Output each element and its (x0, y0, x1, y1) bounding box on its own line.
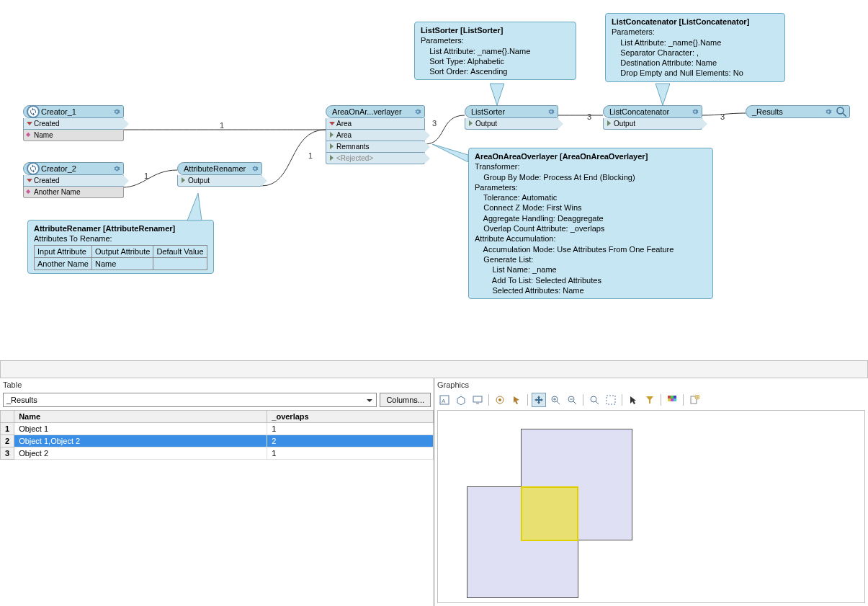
magnify-icon[interactable] (835, 105, 848, 118)
shape-overlap (521, 486, 578, 541)
port-output[interactable]: Output (177, 175, 262, 187)
status-bar (0, 360, 868, 378)
graphics-panel: Graphics A (434, 378, 868, 606)
zoom-extent-icon[interactable] (587, 393, 601, 407)
link-count: 1 (144, 171, 148, 180)
tooltip-overlayer: AreaOnAreaOverlayer [AreaOnAreaOverlayer… (468, 148, 713, 299)
svg-rect-21 (668, 398, 671, 401)
filter-icon[interactable] (643, 393, 657, 407)
graphics-canvas[interactable] (437, 410, 865, 603)
link-count: 3 (587, 112, 591, 121)
svg-rect-17 (607, 396, 615, 404)
view-3d-icon[interactable] (454, 393, 468, 407)
new-sheet-icon[interactable] (687, 393, 702, 407)
refresh-icon (27, 162, 40, 175)
node-title: Creator_2 (41, 164, 112, 173)
node-list-concatenator[interactable]: ListConcatenator Output (603, 105, 702, 130)
gear-icon[interactable] (823, 107, 833, 117)
svg-point-7 (498, 398, 501, 401)
table-panel: Table _Results Columns... Name _overlaps… (0, 378, 434, 606)
svg-rect-20 (674, 396, 676, 398)
rename-table: Input AttributeOutput AttributeDefault V… (34, 245, 207, 271)
svg-text:A: A (442, 398, 446, 404)
refresh-icon (27, 105, 40, 118)
display-icon[interactable] (470, 393, 485, 407)
node-list-sorter[interactable]: ListSorter Output (465, 105, 558, 130)
select-icon[interactable] (509, 393, 524, 407)
pointer-icon[interactable] (626, 393, 640, 407)
attr-another-name: Another Name (23, 187, 124, 198)
results-table[interactable]: Name _overlaps 1 Object 1 1 2 Object 1,O… (0, 410, 434, 460)
link-count: 3 (432, 119, 437, 128)
svg-line-13 (573, 401, 576, 404)
port-rejected[interactable]: <Rejected> (326, 153, 425, 164)
gear-icon[interactable] (546, 107, 556, 117)
node-title: Creator_1 (41, 107, 112, 116)
node-title: _Results (749, 107, 823, 116)
tooltip-list-concatenator: ListConcatenator [ListConcatenator] Para… (605, 13, 785, 82)
link-count: 1 (308, 151, 313, 160)
svg-point-0 (837, 107, 844, 114)
node-title: ListConcatenator (607, 107, 690, 116)
node-area-overlayer[interactable]: AreaOnAr...verlayer Area Area Remnants <… (326, 105, 425, 164)
zoom-out-icon[interactable] (565, 393, 579, 407)
zoom-selected-icon[interactable] (604, 393, 618, 407)
gear-icon[interactable] (690, 107, 700, 117)
panel-label-graphics: Graphics (434, 378, 868, 391)
col-overlaps[interactable]: _overlaps (267, 411, 434, 423)
tooltip-attribute-renamer: AttributeRenamer [AttributeRenamer] Attr… (27, 220, 214, 274)
tooltip-list-sorter: ListSorter [ListSorter] Parameters: List… (414, 22, 576, 80)
col-name[interactable]: Name (14, 411, 267, 423)
node-creator-2[interactable]: Creator_2 Created Another Name (23, 162, 124, 198)
node-title: ListSorter (468, 107, 546, 116)
svg-rect-19 (671, 396, 674, 398)
port-output[interactable]: Output (603, 118, 702, 130)
view-2d-icon[interactable]: A (437, 393, 452, 407)
attr-name: Name (23, 130, 124, 141)
node-title: AttributeRenamer (181, 164, 250, 173)
svg-rect-23 (674, 398, 676, 401)
node-title: AreaOnAr...verlayer (329, 107, 413, 116)
table-row[interactable]: 2 Object 1,Object 2 2 (1, 435, 434, 447)
color-grid-icon[interactable] (665, 393, 679, 407)
pan-icon[interactable] (532, 393, 546, 407)
columns-button[interactable]: Columns... (380, 393, 431, 407)
table-selector-dropdown[interactable]: _Results (3, 393, 377, 407)
orbit-icon[interactable] (493, 393, 507, 407)
svg-point-15 (591, 396, 596, 402)
svg-line-16 (596, 401, 599, 404)
table-row[interactable]: 1 Object 1 1 (1, 423, 434, 435)
port-created[interactable]: Created (23, 175, 124, 187)
port-area-out[interactable]: Area (326, 130, 425, 141)
zoom-in-icon[interactable] (548, 393, 563, 407)
port-area-in[interactable]: Area (326, 118, 425, 130)
node-attribute-renamer[interactable]: AttributeRenamer Output (177, 162, 262, 187)
svg-line-9 (557, 401, 560, 404)
gear-icon[interactable] (413, 107, 423, 117)
port-output[interactable]: Output (465, 118, 558, 130)
link-count: 1 (220, 121, 224, 130)
svg-line-1 (843, 113, 846, 117)
panel-label-table: Table (0, 378, 434, 391)
gear-icon[interactable] (112, 164, 122, 174)
node-creator-1[interactable]: Creator_1 Created Name (23, 105, 124, 141)
gear-icon[interactable] (112, 107, 122, 117)
port-remnants[interactable]: Remnants (326, 141, 425, 153)
svg-rect-18 (668, 396, 671, 398)
link-count: 3 (720, 112, 725, 121)
node-results[interactable]: _Results (746, 105, 850, 118)
workflow-canvas[interactable]: Creator_1 Created Name Creator_2 Created… (0, 0, 868, 360)
svg-rect-22 (671, 398, 674, 401)
graphics-toolbar: A (434, 391, 868, 409)
gear-icon[interactable] (250, 164, 260, 174)
table-row[interactable]: 3 Object 2 1 (1, 447, 434, 460)
port-created[interactable]: Created (23, 118, 124, 130)
svg-rect-4 (473, 396, 482, 402)
